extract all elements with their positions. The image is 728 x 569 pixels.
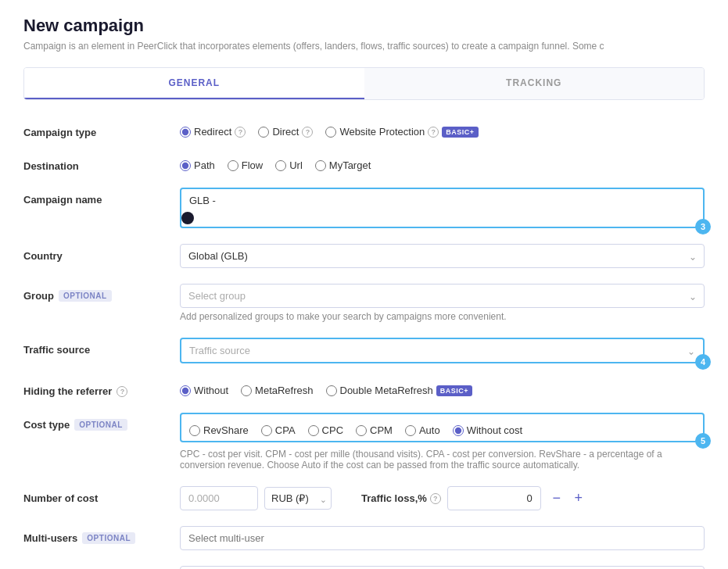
radio-cpc[interactable]: CPC (308, 424, 343, 436)
group-label: Group OPTIONAL (23, 284, 180, 302)
radio-auto[interactable]: Auto (405, 424, 440, 436)
direct-help-icon[interactable]: ? (302, 127, 313, 138)
step-3-badge: 3 (695, 219, 711, 234)
number-of-cost-input[interactable] (180, 486, 258, 510)
tags-control: Add personalized tags to make your searc… (180, 566, 705, 569)
group-helper-text: Add personalized groups to make your sea… (180, 311, 705, 322)
group-control: Select group Add personalized groups to … (180, 284, 705, 322)
currency-select-wrapper: RUB (₽) (264, 487, 332, 510)
page-subtitle: Campaign is an element in PeerClick that… (23, 41, 705, 52)
tags-input[interactable] (180, 566, 705, 569)
radio-cpm[interactable]: CPM (356, 424, 393, 436)
cost-type-helper-text: CPC - cost per visit. CPM - cost per mil… (180, 449, 705, 471)
country-label: Country (23, 244, 180, 262)
group-select-wrapper: Select group (180, 284, 705, 308)
traffic-loss-group: Traffic loss,% ? − + (361, 486, 588, 510)
campaign-type-label: Campaign type (23, 120, 180, 138)
radio-cpa[interactable]: CPA (261, 424, 296, 436)
number-of-cost-group: RUB (₽) Traffic loss,% ? − + (180, 486, 705, 510)
country-row: Country Global (GLB) (23, 242, 705, 270)
multi-users-row: Multi-users OPTIONAL (23, 524, 705, 552)
stepper-minus-button[interactable]: − (547, 489, 566, 508)
campaign-name-control: 3 (180, 188, 705, 228)
country-select[interactable]: Global (GLB) (180, 244, 705, 268)
radio-path[interactable]: Path (180, 159, 215, 171)
tags-row: Tags OPTIONAL Add personalized tags to m… (23, 564, 705, 569)
cost-type-radio-group: RevShare CPA CPC CPM (189, 419, 695, 436)
traffic-source-label: Traffic source (23, 338, 180, 356)
cost-type-label: Cost type OPTIONAL (23, 413, 180, 431)
radio-flow[interactable]: Flow (228, 159, 263, 171)
stepper-plus-button[interactable]: + (569, 489, 588, 508)
traffic-source-wrapper: Traffic source 4 (180, 338, 705, 363)
radio-direct[interactable]: Direct ? (258, 126, 313, 138)
traffic-source-select[interactable]: Traffic source (181, 339, 703, 362)
campaign-name-input[interactable] (181, 189, 703, 212)
traffic-loss-help-icon[interactable]: ? (430, 493, 441, 504)
multi-users-input[interactable] (180, 526, 705, 550)
website-protection-badge: BASIC+ (442, 127, 478, 138)
radio-without[interactable]: Without (180, 385, 228, 396)
hiding-referrer-row: Hiding the referrer ? Without MetaRefres… (23, 378, 705, 399)
group-optional-badge: OPTIONAL (59, 290, 112, 302)
traffic-source-row: Traffic source Traffic source 4 (23, 336, 705, 365)
hiding-referrer-radio-group: Without MetaRefresh Double MetaRefresh B… (180, 379, 705, 396)
hiding-referrer-control: Without MetaRefresh Double MetaRefresh B… (180, 379, 705, 396)
radio-website-protection[interactable]: Website Protection ? BASIC+ (325, 126, 478, 138)
website-protection-help-icon[interactable]: ? (428, 127, 439, 138)
radio-double-metarefresh[interactable]: Double MetaRefresh BASIC+ (326, 385, 473, 396)
tabs-container: GENERAL TRACKING (23, 67, 705, 100)
number-of-cost-label: Number of cost (23, 486, 180, 504)
multi-users-control (180, 526, 705, 550)
tags-label: Tags OPTIONAL (23, 566, 180, 569)
campaign-name-row: Campaign name 3 (23, 186, 705, 230)
number-of-cost-control: RUB (₽) Traffic loss,% ? − + (180, 486, 705, 510)
campaign-name-label: Campaign name (23, 188, 180, 206)
country-control: Global (GLB) (180, 244, 705, 268)
step-5-badge: 5 (695, 433, 711, 449)
destination-control: Path Flow Url MyTarget (180, 154, 705, 171)
radio-metarefresh[interactable]: MetaRefresh (241, 385, 313, 396)
radio-without-cost[interactable]: Without cost (453, 424, 523, 436)
redirect-help-icon[interactable]: ? (235, 127, 246, 138)
cost-type-control: RevShare CPA CPC CPM (180, 413, 705, 471)
traffic-source-control: Traffic source 4 (180, 338, 705, 363)
multi-users-optional-badge: OPTIONAL (82, 532, 135, 544)
cost-type-row: Cost type OPTIONAL RevShare CPA CPC (23, 411, 705, 472)
country-select-wrapper: Global (GLB) (180, 244, 705, 268)
campaign-type-row: Campaign type Redirect ? Direct ? Websit… (23, 119, 705, 140)
page-title: New campaign (23, 16, 705, 36)
double-metarefresh-badge: BASIC+ (436, 385, 472, 396)
step-4-badge: 4 (695, 354, 711, 370)
radio-mytarget[interactable]: MyTarget (315, 159, 371, 171)
tab-general[interactable]: GENERAL (24, 68, 364, 99)
hiding-referrer-label: Hiding the referrer ? (23, 379, 180, 397)
group-row: Group OPTIONAL Select group Add personal… (23, 282, 705, 324)
tab-tracking[interactable]: TRACKING (364, 68, 705, 99)
campaign-name-dot-icon (181, 212, 194, 224)
group-select[interactable]: Select group (180, 284, 705, 308)
multi-users-label: Multi-users OPTIONAL (23, 526, 180, 544)
campaign-type-control: Redirect ? Direct ? Website Protection ?… (180, 120, 705, 138)
destination-radio-group: Path Flow Url MyTarget (180, 154, 705, 171)
radio-revshare[interactable]: RevShare (189, 424, 249, 436)
hiding-referrer-help-icon[interactable]: ? (117, 386, 127, 397)
number-of-cost-row: Number of cost RUB (₽) Traffic loss,% ? (23, 485, 705, 512)
radio-url[interactable]: Url (275, 159, 303, 171)
destination-label: Destination (23, 154, 180, 172)
cost-type-optional-badge: OPTIONAL (74, 419, 127, 431)
campaign-type-radio-group: Redirect ? Direct ? Website Protection ?… (180, 120, 705, 138)
traffic-source-select-wrapper: Traffic source (181, 339, 703, 362)
traffic-loss-label: Traffic loss,% ? (361, 492, 441, 504)
stepper-controls: − + (547, 489, 588, 508)
destination-row: Destination Path Flow Url MyTarget (23, 152, 705, 174)
cost-type-wrapper: RevShare CPA CPC CPM (180, 413, 705, 442)
traffic-loss-input[interactable] (447, 486, 541, 510)
currency-select[interactable]: RUB (₽) (264, 487, 332, 510)
radio-redirect[interactable]: Redirect ? (180, 126, 246, 138)
